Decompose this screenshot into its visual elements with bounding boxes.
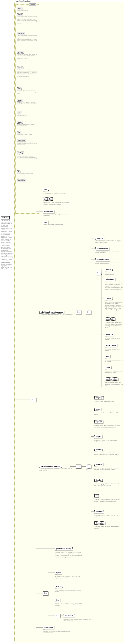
attr-howuri[interactable]: howuri [17,99,23,102]
d: A free-form expression of the credit(s) … [94,514,120,518]
d: A natural-language statement of the date… [94,483,120,486]
attr-desc: The date (and, optionally, the time) whe… [17,54,37,59]
occ-i: 0..∞ [96,275,98,276]
attr-seq[interactable]: seq [17,131,21,134]
attr-desc: The identifier of the part [17,10,36,11]
o: 0..∞ [105,380,107,382]
attr-partid[interactable]: partid [17,7,22,10]
attr-desc: Specifies the language of this property … [17,154,37,161]
attr-why[interactable]: why [17,111,21,113]
attr-how[interactable]: how [17,88,22,90]
c [91,238,91,388]
d: An excluded audience for the content. [105,348,124,352]
sequence-tail[interactable] [43,592,48,596]
d: A free-form textual description of the c… [94,526,120,529]
c [101,269,105,269]
element-role[interactable]: role [43,221,48,224]
c [91,398,91,547]
element-partMetaExtProperty[interactable]: partMetaExtProperty [55,547,73,550]
d: A link from the current Item to a target… [55,603,82,606]
c [91,409,94,409]
attr-contentrefs[interactable]: contentrefs [17,139,26,142]
d: The date (and optionally the time) on wh… [95,261,121,264]
group-admin[interactable]: AdministrativeMetadataGroup [40,310,64,314]
o: 0..∞ [105,368,107,370]
group-descriptive[interactable]: DescriptiveMetadataGroup [40,465,62,468]
o: 0..∞ [105,270,107,272]
c [36,199,43,199]
occ-d: 0..∞ [86,469,88,470]
o: 0..∞ [94,423,97,424]
o: 0..∞ [55,550,57,551]
o: 0..∞ [64,617,66,618]
attr-desc: Indicates by which means the value was e… [17,90,37,94]
c [91,512,94,512]
o: 0..∞ [105,358,107,359]
occ-admin: 0..∞ [86,314,88,316]
d: A note addressed to the editorial people… [55,589,82,592]
c [91,248,95,249]
attr-modified[interactable]: modified [17,51,24,54]
element-contentModified[interactable]: contentModified [95,258,110,261]
sequence-main[interactable] [31,398,36,402]
attr-creatoruri[interactable]: creatoruri [17,32,25,35]
o: 0..∞ [94,497,97,498]
desc-icon: An iconic visual identification of the c… [43,192,70,194]
attr-whyuri[interactable]: whyuri [17,121,23,124]
occ: 0..∞ [43,190,45,192]
d: A party (person or organisation) which o… [105,282,124,290]
o: 0..∞ [105,336,107,337]
d: Extension point for provider-defined pro… [43,630,70,634]
sequence-admin[interactable] [76,310,81,314]
attr-custom[interactable]: custom [17,66,23,69]
c [91,273,96,273]
c [101,279,105,279]
choice-descr[interactable] [86,464,91,469]
element-urgency[interactable]: urgency [95,237,104,240]
d: A brief and snappy introduction to the c… [94,467,120,470]
d: Expresses the rating of the content of t… [105,370,124,373]
c [91,496,94,496]
o: 0..∞ [105,300,107,301]
choice-admin-inner[interactable] [96,271,102,275]
desc-role: The role in the overall content stream. [43,224,70,226]
d: Free-text term to be used for indexing o… [94,425,120,428]
o: 0..∞ [55,601,57,602]
desc-regionDelim: A delimiter for a rectangular region in … [43,213,70,216]
d: A natural-language statement about the c… [94,499,120,502]
c [36,189,43,190]
c [60,616,64,616]
d: A language used by the news content [94,401,120,402]
o: 0..∞ [105,346,107,348]
attr-creator[interactable]: creator [17,13,23,16]
attr-xmllang[interactable]: xml:lang [17,152,24,154]
o: 0..∞ [94,438,97,439]
element-contentCreated[interactable]: contentCreated [95,247,109,250]
attr-desc: Indicates by which means the value was e… [17,102,37,106]
c [48,586,55,586]
d: An important topic of the content; what … [94,440,120,442]
element-partMeta[interactable]: partMeta [1,216,10,220]
choice-admin[interactable] [86,310,91,314]
sequence-any[interactable] [55,614,60,618]
sequence-descr[interactable] [76,464,81,469]
c [36,593,43,594]
attr-desc: If set to true the corresponding propert… [17,69,37,77]
attr-desc: The directionality of textual content (e… [17,173,37,176]
desc-descr: A group of properties associated with th… [40,468,74,471]
attr-dir[interactable]: dir [17,170,21,173]
desc-partMeta: A set of properties describing a specifi… [1,220,13,270]
connector-vertical [36,189,36,628]
o: 0..∞ [94,524,97,526]
d: A sequence of tokens associated with the… [94,452,120,455]
desc-timeDelim: A delimiter for a piece of streaming med… [43,202,70,205]
c [48,572,55,573]
o: 0..∞ [94,450,97,452]
o: 0..∞ [94,513,97,514]
attr-any-other[interactable]: any ##other [17,179,26,182]
d: A party (person or organisation) which m… [105,322,124,328]
element-regionDelim[interactable]: regionDelim [43,210,54,213]
c [91,480,94,480]
d: Reflects a specific kind of user interac… [105,382,124,386]
c [91,523,94,523]
